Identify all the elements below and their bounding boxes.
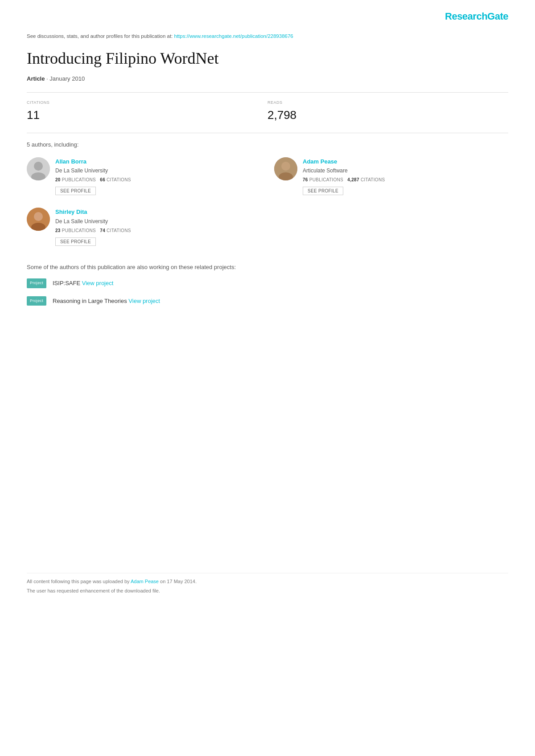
project-item-1: Project ISIP:SAFE View project <box>27 278 508 288</box>
article-type: Article <box>27 75 45 82</box>
article-date: January 2010 <box>49 75 85 82</box>
author-card-shirley: Shirley Dita De La Salle University 23 P… <box>27 208 261 254</box>
author-info-allan: Allan Borra De La Salle University 20 PU… <box>55 157 261 196</box>
stats-row: CITATIONS 11 READS 2,798 <box>27 100 508 124</box>
shirley-citations: 74 <box>100 228 105 233</box>
author-name-allan[interactable]: Allan Borra <box>55 157 261 166</box>
project-text-1: ISIP:SAFE View project <box>53 279 113 288</box>
reads-label: READS <box>268 100 508 106</box>
see-profile-button-adam[interactable]: SEE PROFILE <box>303 187 343 195</box>
svg-point-1 <box>34 162 43 171</box>
author-name-adam[interactable]: Adam Pease <box>303 157 508 166</box>
allan-citations: 66 <box>100 177 105 182</box>
authors-divider <box>27 133 508 133</box>
footer: All content following this page was uplo… <box>27 573 508 594</box>
adam-citations: 4,287 <box>347 177 359 182</box>
svg-point-4 <box>281 162 290 171</box>
researchgate-logo: ResearchGate <box>445 9 508 24</box>
see-profile-button-allan[interactable]: SEE PROFILE <box>55 187 96 195</box>
page-title: Introducing Filipino WordNet <box>27 49 508 68</box>
footer-upload-date: on 17 May 2014. <box>160 579 197 584</box>
footer-notice: The user has requested enhancement of th… <box>27 587 508 595</box>
project-text-2: Reasoning in Large Theories View project <box>53 297 160 306</box>
svg-point-7 <box>34 212 43 221</box>
authors-heading: 5 authors, including: <box>27 140 508 149</box>
author-card-allan: Allan Borra De La Salle University 20 PU… <box>27 157 261 204</box>
project-name-2: Reasoning in Large Theories <box>53 298 127 304</box>
adam-publications: 76 <box>303 177 308 182</box>
author-affiliation-allan: De La Salle University <box>55 167 261 175</box>
author-stats-adam: 76 PUBLICATIONS 4,287 CITATIONS <box>303 176 508 183</box>
author-affiliation-adam: Articulate Software <box>303 167 508 175</box>
footer-uploader-link[interactable]: Adam Pease <box>131 579 159 584</box>
project-link-2[interactable]: View project <box>128 298 160 304</box>
avatar-adam <box>274 157 297 180</box>
allan-publications: 20 <box>55 177 61 182</box>
avatar-allan <box>27 157 50 180</box>
citations-label: CITATIONS <box>27 100 268 106</box>
stats-divider <box>27 92 508 93</box>
project-item-2: Project Reasoning in Large Theories View… <box>27 296 508 306</box>
footer-upload-text: All content following this page was uplo… <box>27 578 508 585</box>
top-notice: See discussions, stats, and author profi… <box>27 33 508 40</box>
citations-value: 11 <box>27 106 268 124</box>
authors-grid: Allan Borra De La Salle University 20 PU… <box>27 157 508 254</box>
footer-upload-prefix: All content following this page was uplo… <box>27 579 130 584</box>
reads-value: 2,798 <box>268 106 508 124</box>
shirley-publications: 23 <box>55 228 61 233</box>
author-stats-allan: 20 PUBLICATIONS 66 CITATIONS <box>55 176 261 183</box>
author-affiliation-shirley: De La Salle University <box>55 217 261 225</box>
author-name-shirley[interactable]: Shirley Dita <box>55 208 261 217</box>
reads-block: READS 2,798 <box>268 100 508 124</box>
see-profile-button-shirley[interactable]: SEE PROFILE <box>55 237 96 246</box>
project-name-1: ISIP:SAFE <box>53 280 80 286</box>
citations-block: CITATIONS 11 <box>27 100 268 124</box>
article-meta: Article · January 2010 <box>27 74 508 83</box>
author-stats-shirley: 23 PUBLICATIONS 74 CITATIONS <box>55 227 261 234</box>
project-link-1[interactable]: View project <box>82 280 114 286</box>
publication-url[interactable]: https://www.researchgate.net/publication… <box>174 33 293 39</box>
author-info-adam: Adam Pease Articulate Software 76 PUBLIC… <box>303 157 508 196</box>
author-info-shirley: Shirley Dita De La Salle University 23 P… <box>55 208 261 246</box>
project-badge-1: Project <box>27 278 46 288</box>
project-badge-2: Project <box>27 296 46 306</box>
top-notice-text: See discussions, stats, and author profi… <box>27 33 173 39</box>
projects-heading: Some of the authors of this publication … <box>27 263 508 272</box>
author-card-adam: Adam Pease Articulate Software 76 PUBLIC… <box>274 157 508 204</box>
header: ResearchGate <box>27 0 508 28</box>
avatar-shirley <box>27 208 50 231</box>
